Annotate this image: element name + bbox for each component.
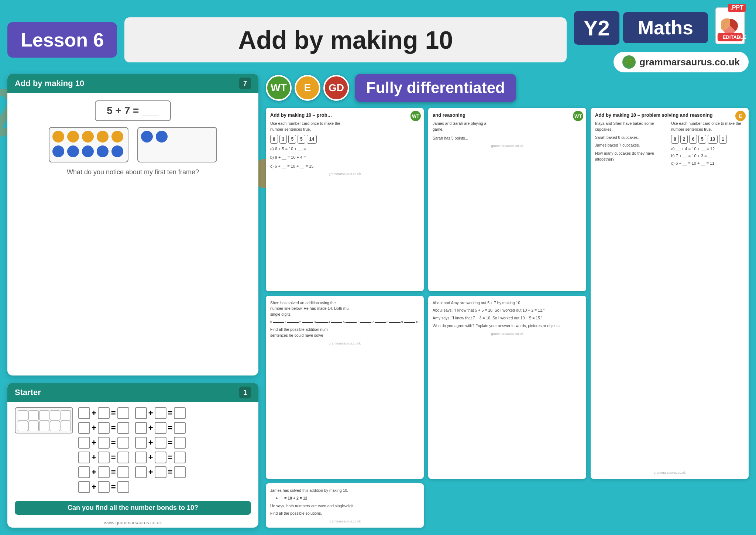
ws4-line: sentences he could have solve [270, 333, 419, 339]
equals-sym: = [111, 467, 116, 477]
ws6-content: James has solved this addition by making… [270, 488, 419, 517]
ws1-line: number sentences true. [270, 127, 419, 133]
plus-sym: + [92, 408, 96, 418]
ws5-footer: grammarsaurus.co.uk [433, 332, 582, 336]
ws5-line: Abdul says, "I know that 5 + 5 = 10. So … [433, 308, 582, 313]
dot [67, 131, 79, 143]
ppt-icon-body: .PPT EDITABLE [715, 7, 745, 44]
input-box [78, 481, 90, 493]
slide-starter-number: 1 [239, 387, 251, 398]
input-box [174, 452, 186, 463]
input-box [117, 481, 129, 493]
ws3-number-cards: 8 2 6 5 13 1 [671, 135, 744, 144]
ws1-divider [270, 162, 419, 162]
equation-row: + = [135, 407, 186, 419]
dot [141, 131, 153, 143]
nl-line [389, 322, 400, 323]
grammarsaurus-badge[interactable]: 🌿 grammarsaurus.co.uk [614, 52, 749, 72]
nl-line [404, 322, 415, 323]
nl-line [302, 322, 313, 323]
num-card: 6 [689, 135, 697, 144]
worksheet-3: E Add by making 10 – problem solving and… [591, 108, 749, 479]
num-card: 13 [708, 135, 718, 144]
equation-row: + = [78, 481, 129, 493]
input-box [117, 466, 129, 478]
equals-sym: = [168, 438, 173, 447]
ws3-title: Add by making 10 – problem solving and r… [595, 112, 744, 118]
slide-starter-title: Starter [15, 388, 41, 397]
ten-frames-container [49, 127, 217, 162]
dot [82, 131, 94, 143]
plus-sym: + [92, 423, 96, 433]
input-box [174, 422, 186, 434]
dot [67, 145, 79, 157]
plus-sym: + [92, 438, 96, 447]
input-box [78, 466, 90, 478]
ws5-content: Abdul and Amy are working out 5 + 7 by m… [433, 300, 582, 329]
equals-sym: = [111, 408, 116, 418]
slide-starter-body: + = + = + [7, 402, 258, 498]
equation-row: + = [78, 437, 129, 449]
empty-cell [61, 421, 71, 431]
worksheet-5: Abdul and Amy are working out 5 + 7 by m… [428, 296, 586, 479]
input-box [117, 452, 129, 463]
ws1-number-cards: 8 3 5 5 14 [270, 135, 419, 144]
ws4-line: Find all the possible addition num [270, 327, 419, 333]
slide-main-title: Add by making 10 [15, 79, 84, 88]
equals-sym: = [111, 438, 116, 447]
input-box [155, 466, 166, 478]
ws3-right: Use each number card once to make the nu… [671, 121, 744, 468]
empty-cell [18, 410, 28, 421]
equals-sym: = [168, 423, 173, 433]
grammarsaurus-url: grammarsaurus.co.uk [639, 56, 740, 68]
ws4-footer: grammarsaurus.co.uk [270, 342, 419, 345]
ws6-line: __ + __ = 10 + 2 = 12 [270, 495, 419, 501]
worksheet-4: Shen has solved an addition using the nu… [266, 296, 424, 479]
ws3-footer: grammarsaurus.co.uk [595, 471, 744, 474]
input-box [98, 422, 110, 434]
nl-num: 9 [401, 320, 403, 325]
main-title: Add by making 10 [124, 17, 566, 62]
ppt-icon[interactable]: .PPT EDITABLE [715, 7, 749, 48]
slide-starter-header: Starter 1 [7, 383, 258, 402]
input-box [135, 437, 147, 449]
ws1-content: Use each number card once to make the nu… [270, 121, 419, 169]
dot-empty [156, 145, 168, 157]
nl-num: 4 [329, 320, 330, 325]
input-box [98, 452, 110, 463]
input-box [98, 437, 110, 449]
equation-row: + = [135, 452, 186, 463]
num-card: 8 [270, 135, 278, 144]
nl-num: 0 [270, 320, 272, 325]
input-box [78, 437, 90, 449]
dot [82, 145, 94, 157]
gs-logo: 🌿 [622, 55, 636, 69]
ws3-eq-b: b) 7 + __ = 10 + 3 = __ [671, 153, 744, 159]
ws1-eq-c: c) 6 + __ = 10 + __ = 15 [270, 163, 419, 169]
ws4-line: Shen has solved an addition using the [270, 300, 419, 306]
ws3-eq-a: a) __ + 4 = 10 + __ = 12 [671, 146, 744, 152]
diff-section: WT E GD Fully differentiated [266, 74, 749, 102]
diff-circle-wt: WT [266, 75, 292, 101]
ws4-content: Shen has solved an addition using the nu… [270, 300, 419, 339]
nl-line [375, 322, 386, 323]
input-box [174, 466, 186, 478]
ws3-left: Inaya and Shen have baked some cupcakes.… [595, 121, 668, 468]
input-box [155, 437, 166, 449]
slide-starter-footer: www.grammarsaurus.co.uk [7, 518, 258, 528]
right-column: WT E GD Fully differentiated WT Add by m… [266, 74, 749, 528]
input-box [135, 407, 147, 419]
year-maths-row: Y2 Maths .PPT EDITABLE [574, 7, 749, 48]
nl-num: 6 [357, 320, 359, 325]
ws5-line: Who do you agree with? Explain your answ… [433, 323, 582, 329]
nl-num: 7 [372, 320, 374, 325]
dot-empty [185, 131, 197, 143]
ws2-spacer [433, 133, 582, 136]
equals-sym: = [111, 423, 116, 433]
ws3-eq-c: c) 6 + __ = 10 + __ = 11 [671, 160, 744, 167]
ws2-badge: WT [573, 111, 583, 121]
worksheet-2: WT and reasoning James and Sarah are pla… [428, 108, 586, 291]
lesson-badge: Lesson 6 [7, 22, 117, 58]
ws2-title: and reasoning [433, 112, 582, 118]
ws1-divider [270, 153, 419, 153]
